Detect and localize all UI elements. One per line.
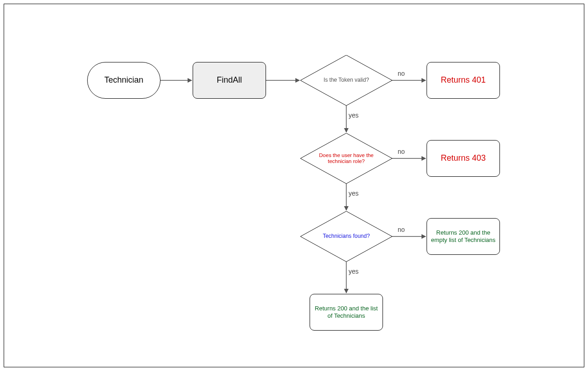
flowchart-canvas: Technician FindAll Is the Token valid? R… [0, 0, 588, 371]
result-label: Returns 200 and the list of Technicians [313, 305, 380, 319]
decision-label: Does the user have the technician role? [317, 148, 376, 169]
edge-label-yes: yes [349, 112, 359, 119]
process-findall: FindAll [193, 62, 266, 99]
edge-label-no: no [398, 226, 405, 233]
process-label: FindAll [216, 75, 242, 85]
decision-technicians-found: Technicians found? [300, 211, 392, 262]
edge-label-no: no [398, 70, 405, 77]
result-200-list: Returns 200 and the list of Technicians [310, 294, 383, 331]
result-200-empty: Returns 200 and the empty list of Techni… [427, 218, 500, 255]
terminator-technician: Technician [87, 62, 161, 99]
terminator-label: Technician [104, 75, 143, 85]
edge-label-yes: yes [349, 268, 359, 275]
edge-label-yes: yes [349, 190, 359, 197]
result-label: Returns 401 [441, 75, 486, 85]
edge-label-no: no [398, 148, 405, 155]
result-401: Returns 401 [427, 62, 500, 99]
decision-token-valid: Is the Token valid? [300, 55, 392, 106]
decision-label: Is the Token valid? [317, 70, 376, 90]
result-label: Returns 200 and the empty list of Techni… [430, 229, 497, 243]
decision-has-role: Does the user have the technician role? [300, 133, 392, 184]
result-403: Returns 403 [427, 140, 500, 177]
result-label: Returns 403 [441, 153, 486, 163]
decision-label: Technicians found? [317, 226, 376, 247]
outer-frame [4, 4, 584, 367]
